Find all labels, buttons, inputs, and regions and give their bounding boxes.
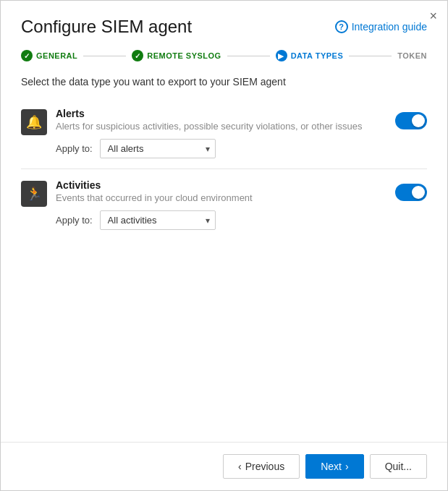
- step-data-types: ▶ DATA TYPES: [276, 50, 344, 61]
- step-general-icon: ✓: [21, 50, 33, 61]
- alerts-apply-label: Apply to:: [56, 143, 93, 154]
- step-line-2: [227, 56, 270, 56]
- select-prompt: Select the data type you want to export …: [21, 76, 427, 87]
- previous-button[interactable]: ‹ Previous: [223, 454, 300, 479]
- help-icon: ?: [335, 20, 348, 33]
- alerts-icon-box: 🔔: [21, 109, 47, 135]
- quit-label: Quit...: [385, 461, 412, 472]
- activities-select[interactable]: All activities Selected activities: [100, 210, 216, 230]
- step-token: TOKEN: [397, 51, 427, 60]
- quit-button[interactable]: Quit...: [370, 454, 427, 479]
- dialog-title: Configure SIEM agent: [21, 17, 192, 37]
- alerts-select[interactable]: All alerts High severity Medium severity…: [100, 139, 216, 158]
- step-remote-syslog-label: REMOTE SYSLOG: [147, 51, 221, 60]
- alerts-toggle[interactable]: [395, 112, 427, 129]
- previous-label: Previous: [245, 461, 284, 472]
- activities-apply-row: Apply to: All activities Selected activi…: [56, 210, 386, 230]
- alerts-apply-row: Apply to: All alerts High severity Mediu…: [56, 139, 386, 158]
- main-content: Select the data type you want to export …: [1, 73, 447, 442]
- running-icon: 🏃: [26, 186, 42, 202]
- bell-icon: 🔔: [26, 114, 42, 130]
- step-token-label: TOKEN: [397, 51, 427, 60]
- activities-description: Events that occurred in your cloud envir…: [56, 192, 386, 203]
- activities-item: 🏃 Activities Events that occurred in you…: [21, 169, 427, 240]
- activities-apply-label: Apply to:: [56, 215, 93, 226]
- step-general: ✓ GENERAL: [21, 50, 77, 61]
- step-line-1: [83, 56, 126, 56]
- step-line-3: [349, 56, 392, 56]
- integration-guide-label: Integration guide: [352, 21, 427, 33]
- alerts-item: 🔔 Alerts Alerts for suspicious activitie…: [21, 98, 427, 169]
- chevron-right-icon: ›: [345, 461, 349, 472]
- configure-siem-dialog: × Configure SIEM agent ? Integration gui…: [0, 0, 448, 491]
- step-remote-syslog: ✓ REMOTE SYSLOG: [132, 50, 221, 61]
- step-remote-syslog-icon: ✓: [132, 50, 143, 61]
- alerts-body: Alerts Alerts for suspicious activities,…: [56, 108, 386, 158]
- next-label: Next: [321, 461, 342, 472]
- stepper: ✓ GENERAL ✓ REMOTE SYSLOG ▶ DATA TYPES T…: [1, 44, 447, 73]
- alerts-select-wrapper: All alerts High severity Medium severity…: [100, 139, 216, 158]
- step-general-label: GENERAL: [36, 51, 77, 60]
- dialog-footer: ‹ Previous Next › Quit...: [1, 442, 447, 490]
- next-button[interactable]: Next ›: [305, 454, 363, 479]
- integration-guide-link[interactable]: ? Integration guide: [335, 20, 427, 33]
- activities-body: Activities Events that occurred in your …: [56, 179, 386, 230]
- alerts-description: Alerts for suspicious activities, possib…: [56, 121, 386, 132]
- step-data-types-icon: ▶: [276, 50, 287, 61]
- alerts-name: Alerts: [56, 108, 386, 119]
- step-data-types-label: DATA TYPES: [291, 51, 344, 60]
- activities-select-wrapper: All activities Selected activities: [100, 210, 216, 230]
- dialog-header: Configure SIEM agent ? Integration guide: [1, 1, 447, 44]
- activities-toggle[interactable]: [395, 184, 427, 201]
- close-button[interactable]: ×: [429, 9, 437, 22]
- activities-name: Activities: [56, 179, 386, 191]
- activities-icon-box: 🏃: [21, 181, 47, 207]
- chevron-left-icon: ‹: [238, 461, 242, 472]
